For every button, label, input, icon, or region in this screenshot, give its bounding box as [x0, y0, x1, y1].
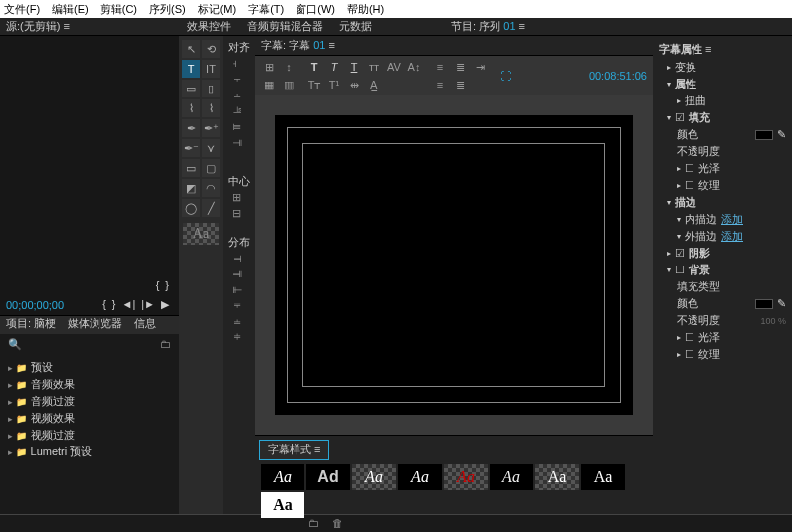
style-swatch[interactable]: Aa [261, 464, 304, 490]
play-icon[interactable]: ▶ [161, 298, 169, 311]
delete-anchor-icon[interactable]: ✒⁻ [182, 139, 200, 157]
menu-sequence[interactable]: 序列(S) [149, 2, 186, 17]
add-outer-stroke-link[interactable]: 添加 [721, 229, 743, 244]
bracket-in-icon[interactable]: { [156, 279, 160, 291]
tree-presets[interactable]: 预设 [8, 359, 171, 376]
dist-hcenter-icon[interactable]: ⫥ [232, 267, 246, 281]
baseline-icon[interactable]: A̲ [366, 77, 382, 92]
mark-in-icon[interactable]: { [102, 298, 106, 311]
wedge-tool-icon[interactable]: ◩ [182, 179, 200, 197]
vertical-area-type-icon[interactable]: ▯ [202, 80, 220, 97]
menu-help[interactable]: 帮助(H) [347, 2, 384, 17]
font-browser-icon[interactable]: ▥ [281, 77, 297, 92]
bold-icon[interactable]: T [306, 59, 322, 75]
vertical-path-type-icon[interactable]: ⌇ [202, 99, 220, 117]
eyedropper-icon[interactable]: ✎ [777, 297, 786, 310]
size-icon[interactable]: тт [366, 59, 382, 75]
new-bin-icon[interactable]: 🗀 [160, 338, 171, 351]
rotate-tool-icon[interactable]: ⟲ [202, 40, 220, 58]
prop-bg-sheen[interactable]: ▸☐ 光泽 [659, 329, 786, 346]
prop-fill-color[interactable]: 颜色✎ [659, 126, 786, 143]
style-swatch[interactable]: Aa [581, 464, 625, 490]
smallcaps-icon[interactable]: Tᴛ [306, 77, 322, 92]
ellipse-tool-icon[interactable]: ◯ [182, 199, 200, 217]
dist-right-icon[interactable]: ⫦ [232, 283, 246, 297]
style-swatch[interactable]: Aa [398, 464, 442, 490]
prop-background[interactable]: ▾☐ 背景 [659, 262, 786, 278]
prop-inner-stroke[interactable]: ▾内描边添加 [659, 211, 786, 228]
center-h-icon[interactable]: ⊞ [232, 191, 246, 205]
eyedropper-icon[interactable]: ✎ [777, 128, 786, 141]
kerning-icon[interactable]: AV [386, 59, 402, 75]
align-left-icon[interactable]: ⫞ [232, 57, 246, 71]
prop-bg-texture[interactable]: ▸☐ 纹理 [659, 346, 786, 363]
tree-video-trans[interactable]: 视频过渡 [8, 427, 171, 443]
align-text-right-icon[interactable]: ≡ [432, 77, 448, 92]
prop-shadow[interactable]: ▸☑ 阴影 [659, 245, 786, 262]
prop-outer-stroke[interactable]: ▾外描边添加 [659, 228, 786, 245]
rounded-rect-tool-icon[interactable]: ▢ [202, 159, 220, 177]
tree-audio-fx[interactable]: 音频效果 [8, 376, 171, 393]
prop-fill-sheen[interactable]: ▸☐ 光泽 [659, 160, 786, 177]
styles-tab[interactable]: 字幕样式 ≡ [259, 440, 329, 460]
menu-file[interactable]: 文件(F) [4, 2, 40, 17]
area-type-tool-icon[interactable]: ▭ [182, 80, 200, 97]
style-swatch[interactable]: Aa [261, 492, 304, 518]
prop-bg-opacity[interactable]: 不透明度100 % [659, 312, 786, 329]
menu-marker[interactable]: 标记(M) [198, 2, 237, 17]
path-type-tool-icon[interactable]: ⌇ [182, 99, 200, 117]
source-timecode[interactable]: 00;00;00;00 [6, 299, 64, 311]
align-vcenter-icon[interactable]: ⫢ [232, 120, 246, 134]
style-swatch[interactable]: Aa [444, 464, 488, 490]
tab-stops-icon[interactable]: ⇥ [472, 59, 488, 75]
prop-bg-color[interactable]: 颜色✎ [659, 295, 786, 312]
align-top-icon[interactable]: ⫡ [232, 104, 246, 118]
tab-project[interactable]: 项目: 脑梗 [0, 316, 62, 334]
tab-effect-controls[interactable]: 效果控件 [179, 19, 239, 34]
prop-fill-opacity[interactable]: 不透明度 [659, 143, 786, 160]
tree-video-fx[interactable]: 视频效果 [8, 410, 171, 427]
style-swatch[interactable]: Ad [306, 464, 350, 490]
dist-bottom-icon[interactable]: ⫩ [232, 331, 246, 345]
tracking-icon[interactable]: ⇹ [346, 77, 362, 92]
new-bin-icon[interactable]: 🗀 [308, 517, 322, 531]
arc-tool-icon[interactable]: ◠ [202, 179, 220, 197]
search-icon[interactable] [8, 338, 22, 351]
align-text-center-icon[interactable]: ≣ [452, 59, 468, 75]
mark-out-icon[interactable]: } [112, 298, 116, 311]
color-swatch[interactable] [755, 299, 773, 309]
align-hcenter-icon[interactable]: ⫟ [232, 73, 246, 87]
add-anchor-icon[interactable]: ✒⁺ [202, 119, 220, 137]
menu-title[interactable]: 字幕(T) [248, 2, 284, 17]
dist-top-icon[interactable]: ⫧ [232, 299, 246, 313]
style-swatch[interactable]: Aa [352, 464, 396, 490]
trash-icon[interactable]: 🗑 [332, 517, 346, 531]
prop-distort[interactable]: ▸扭曲 [659, 92, 786, 109]
tab-metadata[interactable]: 元数据 [331, 19, 380, 34]
tree-audio-trans[interactable]: 音频过渡 [8, 393, 171, 410]
prop-strokes[interactable]: ▾描边 [659, 194, 786, 211]
bracket-out-icon[interactable]: } [165, 279, 169, 291]
titler-tab[interactable]: 字幕: 字幕 01 ≡ [261, 38, 335, 53]
new-title-icon[interactable]: ⊞ [261, 59, 277, 75]
italic-icon[interactable]: T [326, 59, 342, 75]
vertical-type-tool-icon[interactable]: IT [202, 60, 220, 78]
menu-window[interactable]: 窗口(W) [296, 2, 335, 17]
prop-properties[interactable]: ▾属性 [659, 76, 786, 92]
step-back-icon[interactable]: ◄| [122, 298, 136, 311]
align-text-left-icon[interactable]: ≡ [432, 59, 448, 75]
menu-clip[interactable]: 剪辑(C) [100, 2, 137, 17]
rectangle-tool-icon[interactable]: ▭ [182, 159, 200, 177]
source-panel-label[interactable]: 源:(无剪辑) ≡ [0, 19, 179, 34]
prop-fill[interactable]: ▾☑ 填充 [659, 109, 786, 126]
type-tool-icon[interactable]: T [182, 60, 200, 78]
leading-icon[interactable]: A↕ [406, 59, 422, 75]
align-right-icon[interactable]: ⫠ [232, 89, 246, 102]
show-video-icon[interactable]: ⛶ [497, 68, 513, 84]
format-timecode[interactable]: 00:08:51:06 [589, 70, 647, 82]
dist-left-icon[interactable]: ⫤ [232, 252, 246, 266]
style-swatch[interactable]: Aa [490, 464, 533, 490]
convert-anchor-icon[interactable]: ⋎ [202, 139, 220, 157]
pen-tool-icon[interactable]: ✒ [182, 119, 200, 137]
menu-edit[interactable]: 编辑(E) [52, 2, 89, 17]
